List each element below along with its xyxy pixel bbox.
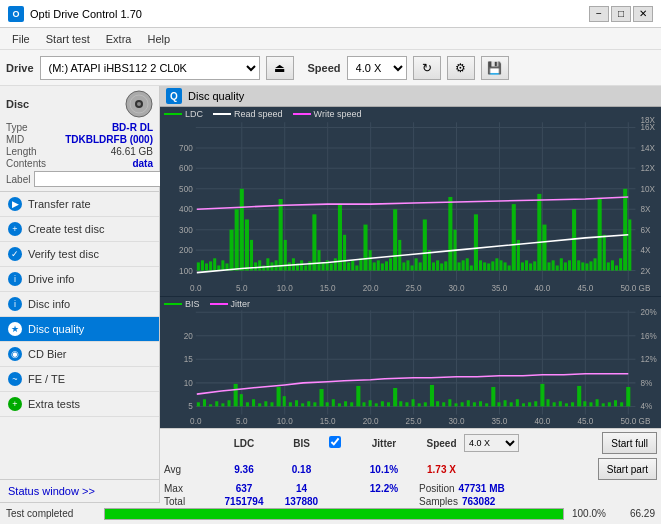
speed-select[interactable]: 4.0 X 2.0 X 8.0 X xyxy=(347,56,407,80)
svg-rect-117 xyxy=(474,214,478,270)
refresh-button[interactable]: ↻ xyxy=(413,56,441,80)
eject-button[interactable]: ⏏ xyxy=(266,56,294,80)
avg-label: Avg xyxy=(164,464,214,475)
svg-rect-141 xyxy=(577,260,580,270)
svg-rect-248 xyxy=(553,402,556,406)
disc-label-label: Label xyxy=(6,174,30,185)
chart1-svg: 100 200 300 400 500 600 700 2X 4X 6X 8X … xyxy=(160,107,661,296)
settings-button[interactable]: ⚙ xyxy=(447,56,475,80)
svg-rect-259 xyxy=(620,402,623,406)
sidebar-item-create-test-disc[interactable]: + Create test disc xyxy=(0,217,159,242)
svg-rect-247 xyxy=(546,399,549,406)
jitter-header: Jitter xyxy=(349,438,419,449)
disc-label-input[interactable] xyxy=(34,171,167,187)
sidebar-item-disc-info[interactable]: i Disc info xyxy=(0,292,159,317)
svg-text:10: 10 xyxy=(184,379,194,388)
svg-rect-101 xyxy=(406,260,409,270)
avg-ldc: 9.36 xyxy=(214,464,274,475)
svg-rect-119 xyxy=(483,262,486,270)
svg-rect-88 xyxy=(351,260,354,270)
menu-extra[interactable]: Extra xyxy=(98,31,140,47)
menu-start-test[interactable]: Start test xyxy=(38,31,98,47)
sidebar-item-transfer-rate[interactable]: ▶ Transfer rate xyxy=(0,192,159,217)
drive-info-icon: i xyxy=(8,272,22,286)
disc-mid-value: TDKBLDRFB (000) xyxy=(65,134,153,145)
svg-rect-195 xyxy=(227,400,230,406)
svg-rect-96 xyxy=(385,261,388,270)
svg-rect-114 xyxy=(462,260,465,270)
svg-rect-198 xyxy=(246,402,249,406)
svg-text:500: 500 xyxy=(179,185,193,194)
svg-rect-246 xyxy=(540,384,544,406)
disc-contents-row: Contents data xyxy=(6,158,153,169)
disc-header: Disc xyxy=(6,90,153,118)
start-part-button[interactable]: Start part xyxy=(598,458,657,480)
svg-text:20.0: 20.0 xyxy=(363,417,379,426)
svg-rect-238 xyxy=(491,387,495,406)
svg-rect-206 xyxy=(295,400,298,406)
jitter-checkbox[interactable] xyxy=(329,436,341,448)
speed-unit-select[interactable]: 4.0 X xyxy=(464,434,519,452)
svg-rect-71 xyxy=(279,199,283,271)
quality-title: Disc quality xyxy=(188,90,244,102)
sidebar-item-extra-tests[interactable]: + Extra tests xyxy=(0,392,159,417)
status-window-button[interactable]: Status window >> xyxy=(0,479,159,502)
svg-rect-152 xyxy=(623,189,627,271)
svg-rect-220 xyxy=(381,401,384,406)
start-full-button[interactable]: Start full xyxy=(602,432,657,454)
svg-rect-111 xyxy=(448,197,452,271)
svg-text:30.0: 30.0 xyxy=(449,417,465,426)
disc-contents-label: Contents xyxy=(6,158,46,169)
svg-rect-232 xyxy=(454,403,457,406)
maximize-button[interactable]: □ xyxy=(611,6,631,22)
close-button[interactable]: ✕ xyxy=(633,6,653,22)
total-samples: 763082 xyxy=(462,496,495,507)
svg-rect-235 xyxy=(473,402,476,406)
progress-pct: 100.0% xyxy=(572,508,612,519)
disc-length-row: Length 46.61 GB xyxy=(6,146,153,157)
speed-header: Speed xyxy=(419,438,464,449)
main-area: Disc Type BD-R DL MID TDKBLDRFB (000) Le… xyxy=(0,86,661,502)
svg-rect-76 xyxy=(300,260,303,270)
svg-rect-150 xyxy=(615,265,618,270)
quality-header-icon: Q xyxy=(166,88,182,104)
svg-rect-64 xyxy=(250,240,253,271)
sidebar-item-disc-quality[interactable]: ★ Disc quality xyxy=(0,317,159,342)
sidebar-item-verify-test-disc[interactable]: ✓ Verify test disc xyxy=(0,242,159,267)
chart2: BIS Jitter xyxy=(160,296,661,428)
ldc-header: LDC xyxy=(214,438,274,449)
svg-rect-126 xyxy=(512,204,516,270)
svg-rect-113 xyxy=(458,262,461,270)
svg-text:10.0: 10.0 xyxy=(277,284,293,293)
svg-rect-228 xyxy=(430,385,434,406)
menu-file[interactable]: File xyxy=(4,31,38,47)
samples-label: Samples xyxy=(419,496,458,507)
svg-text:5: 5 xyxy=(188,403,193,412)
svg-rect-115 xyxy=(466,258,469,270)
drive-select[interactable]: (M:) ATAPI iHBS112 2 CL0K xyxy=(40,56,260,80)
svg-rect-73 xyxy=(288,262,291,270)
svg-rect-89 xyxy=(355,265,358,270)
menu-help[interactable]: Help xyxy=(139,31,178,47)
svg-text:8%: 8% xyxy=(641,379,653,388)
sidebar-item-fe-te[interactable]: ~ FE / TE xyxy=(0,367,159,392)
disc-length-label: Length xyxy=(6,146,37,157)
max-label: Max xyxy=(164,483,214,494)
legend-ldc-line xyxy=(164,113,182,115)
max-position: 47731 MB xyxy=(459,483,505,494)
save-button[interactable]: 💾 xyxy=(481,56,509,80)
sidebar-item-drive-info[interactable]: i Drive info xyxy=(0,267,159,292)
sidebar-item-cd-bier[interactable]: ◉ CD Bier xyxy=(0,342,159,367)
svg-rect-237 xyxy=(485,403,488,406)
minimize-button[interactable]: − xyxy=(589,6,609,22)
svg-rect-55 xyxy=(209,261,212,270)
svg-text:8X: 8X xyxy=(641,205,652,214)
svg-text:4X: 4X xyxy=(641,246,652,255)
svg-rect-194 xyxy=(221,403,224,406)
svg-rect-224 xyxy=(405,402,408,406)
svg-rect-100 xyxy=(402,262,405,270)
svg-rect-222 xyxy=(393,388,397,406)
chart1: LDC Read speed Write speed xyxy=(160,107,661,296)
toolbar: Drive (M:) ATAPI iHBS112 2 CL0K ⏏ Speed … xyxy=(0,50,661,86)
charts-area: LDC Read speed Write speed xyxy=(160,107,661,428)
